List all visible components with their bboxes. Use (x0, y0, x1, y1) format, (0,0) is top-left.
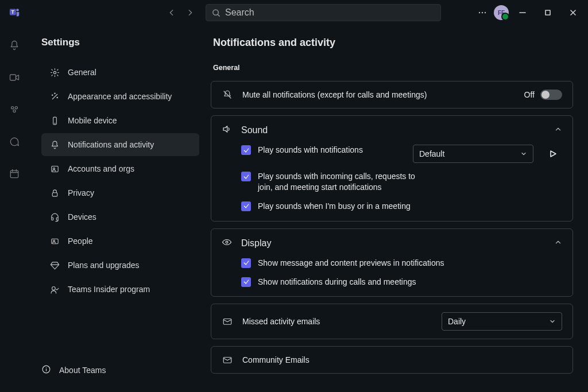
svg-point-40 (46, 367, 47, 368)
mute-card: Mute all notifications (except for calls… (211, 81, 573, 108)
nav-item-label: Devices (68, 212, 96, 222)
svg-marker-35 (51, 262, 59, 269)
sound-card: Sound Play sounds with notifications Def… (211, 115, 573, 222)
left-rail (0, 25, 29, 392)
sound-header[interactable]: Sound (211, 116, 572, 145)
rail-community[interactable] (5, 100, 24, 119)
play-sound-button[interactable] (544, 145, 562, 163)
sound-select[interactable]: Default (413, 145, 533, 163)
chat-icon (9, 136, 20, 148)
diamond-icon (49, 261, 60, 270)
nav-item-plans-and-upgrades[interactable]: Plans and upgrades (41, 254, 199, 277)
nav-item-accounts-and-orgs[interactable]: Accounts and orgs (41, 157, 199, 180)
title-bar: T Search FF (0, 0, 588, 25)
mute-bell-icon (222, 90, 233, 100)
sound-opt2-checkbox[interactable] (241, 172, 251, 181)
nav-item-label: Privacy (68, 188, 94, 197)
display-opt2-label: Show notifications during calls and meet… (258, 277, 416, 288)
svg-rect-17 (10, 170, 18, 178)
svg-point-21 (53, 71, 56, 73)
sound-opt2-label: Play sounds with incoming calls, request… (258, 171, 419, 193)
svg-point-14 (11, 107, 14, 109)
lock-icon (49, 188, 60, 198)
sound-title: Sound (241, 125, 268, 135)
display-opt1-checkbox[interactable] (241, 258, 251, 268)
headset-icon (49, 212, 60, 222)
phone-icon (49, 116, 60, 126)
mute-toggle[interactable] (540, 90, 562, 100)
avatar[interactable]: FF (494, 5, 509, 20)
nav-item-label: General (68, 68, 96, 77)
missed-emails-value: Daily (448, 317, 466, 326)
mail-icon (222, 355, 233, 365)
window-maximize-button[interactable] (536, 3, 559, 22)
teams-icon: T (9, 6, 21, 19)
svg-rect-12 (10, 75, 16, 80)
sound-opt1-checkbox[interactable] (241, 145, 251, 155)
sound-select-value: Default (419, 149, 444, 158)
about-teams-label: About Teams (59, 366, 106, 375)
mail-icon (222, 316, 233, 327)
content-pane: Notifications and activity General Mute … (204, 25, 588, 392)
chevron-up-icon (554, 125, 562, 135)
svg-point-24 (54, 93, 55, 94)
svg-point-7 (485, 12, 486, 13)
rail-chat[interactable] (5, 132, 24, 152)
settings-sidebar: Settings GeneralAppearance and accessibi… (29, 25, 204, 392)
nav-item-teams-insider-program[interactable]: Teams Insider program (41, 278, 199, 301)
svg-point-15 (15, 107, 17, 109)
rail-calendar[interactable] (5, 164, 24, 184)
svg-rect-32 (56, 218, 58, 220)
nav-item-label: Mobile device (68, 116, 117, 125)
nav-item-privacy[interactable]: Privacy (41, 181, 199, 204)
svg-rect-9 (546, 10, 550, 15)
search-input[interactable]: Search (206, 4, 441, 21)
display-opt2-checkbox[interactable] (241, 277, 251, 287)
bell-icon (9, 40, 20, 51)
people-icon (49, 236, 60, 246)
svg-rect-31 (51, 218, 53, 220)
svg-point-6 (482, 12, 483, 13)
svg-point-29 (53, 168, 55, 169)
svg-point-5 (479, 12, 480, 13)
missed-emails-select[interactable]: Daily (442, 312, 562, 331)
svg-point-37 (52, 286, 55, 290)
about-teams-link[interactable]: About Teams (41, 364, 106, 376)
avatar-initials: FF (498, 10, 505, 16)
nav-item-devices[interactable]: Devices (41, 205, 199, 228)
nav-back-button[interactable] (163, 4, 180, 21)
nav-item-label: People (68, 236, 93, 246)
window-minimize-button[interactable] (511, 3, 534, 22)
search-placeholder: Search (225, 7, 254, 18)
svg-marker-43 (551, 151, 556, 157)
svg-line-22 (52, 94, 57, 99)
nav-item-label: Accounts and orgs (68, 164, 134, 173)
info-icon (41, 364, 51, 376)
nav-item-general[interactable]: General (41, 61, 199, 84)
display-opt1-label: Show message and content previews in not… (258, 258, 444, 269)
svg-marker-42 (223, 126, 227, 133)
chevron-down-icon (549, 318, 556, 325)
mute-state-label: Off (524, 90, 535, 99)
window-close-button[interactable] (562, 3, 585, 22)
rail-meet[interactable] (5, 68, 24, 87)
sound-opt3-checkbox[interactable] (241, 201, 251, 211)
chevron-up-icon (554, 238, 562, 249)
more-button[interactable] (473, 3, 492, 22)
insider-icon (49, 285, 60, 294)
missed-emails-title: Missed activity emails (242, 317, 320, 326)
nav-item-notifications-and-activity[interactable]: Notifications and activity (41, 133, 199, 156)
nav-item-mobile-device[interactable]: Mobile device (41, 109, 199, 132)
svg-point-34 (53, 240, 55, 242)
rail-activity[interactable] (5, 36, 24, 55)
display-header[interactable]: Display (211, 229, 572, 258)
nav-item-people[interactable]: People (41, 230, 199, 253)
community-icon (9, 104, 20, 115)
nav-item-appearance-and-accessibility[interactable]: Appearance and accessibility (41, 85, 199, 108)
nav-item-label: Notifications and activity (68, 140, 154, 149)
section-general-label: General (213, 64, 573, 72)
nav-forward-button[interactable] (181, 4, 199, 21)
settings-title: Settings (41, 37, 199, 48)
sound-opt1-label: Play sounds with notifications (258, 145, 363, 156)
eye-icon (222, 237, 232, 250)
